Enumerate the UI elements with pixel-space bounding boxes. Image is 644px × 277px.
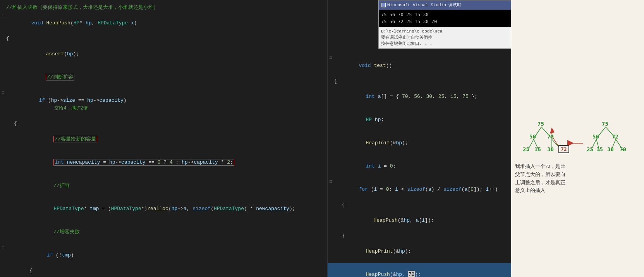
right-tree-30: 30 xyxy=(607,146,614,152)
code-line-11: HPDataType* tmp = (HPDataType*)realloc(h… xyxy=(0,197,327,221)
right-line-4: HP hp; xyxy=(328,108,511,132)
right-line-2: { xyxy=(328,77,511,85)
fold-btn-2[interactable]: □ xyxy=(0,89,6,97)
code-line-5: //判断扩容 xyxy=(0,66,327,89)
right-tree-25: 25 xyxy=(587,146,593,152)
vs-icon xyxy=(381,3,386,7)
code-line-1: //堆插入函数（要保持原来形式，大堆还是大堆，小堆就还是小堆） xyxy=(0,4,327,12)
code-line-9: int newcapacity = hp->capacity == 0 ? 4 … xyxy=(0,151,327,174)
left-tree-25: 25 xyxy=(523,146,529,152)
right-line-5: HeapInit(&hp); xyxy=(328,132,511,155)
left-tree-56: 56 xyxy=(529,133,536,140)
code-line-14: { xyxy=(0,267,327,275)
code-line-7: { xyxy=(0,120,327,128)
code-line-3: { xyxy=(0,35,327,43)
fold-indicator xyxy=(0,4,6,12)
comment-text: //堆插入函数（要保持原来形式，大堆还是大堆，小堆就还是小堆） xyxy=(6,4,327,12)
code-line-13: □ if (!tmp) xyxy=(0,244,327,267)
fold-btn[interactable]: □ xyxy=(0,12,6,19)
code-line-8: //容量给新的容量 xyxy=(0,128,327,151)
left-tree-root: 75 xyxy=(538,121,544,127)
right-line-8: { xyxy=(328,201,511,209)
right-line-7: □ for (i = 0; i < sizeof(a) / sizeof(a[0… xyxy=(328,178,511,201)
right-tree-72: 72 xyxy=(612,133,618,140)
left-tree-15: 15 xyxy=(534,146,541,152)
left-code-panel: //堆插入函数（要保持原来形式，大堆还是大堆，小堆就还是小堆） □ void H… xyxy=(0,0,327,277)
code-line-2: □ void HeapPush(HP* hp, HPDataType x) xyxy=(0,12,327,35)
code-line-6: □ if (hp->size == hp->capacity) 空给4，满扩2倍 xyxy=(0,89,327,120)
left-tree-72-box: 72 xyxy=(558,145,569,153)
vs-debug-window: Microsoft Visual Studio 调试时 75 56 70 25 … xyxy=(378,0,511,49)
right-line-10: } xyxy=(328,232,511,240)
right-line-11: HeapPrint(&hp); xyxy=(328,240,511,263)
vs-title: Microsoft Visual Studio 调试时 xyxy=(387,1,461,9)
code-line-15: printf("realloc fail\n"); xyxy=(0,275,327,277)
vs-titlebar: Microsoft Visual Studio 调试时 xyxy=(379,0,511,10)
cursor: 72 xyxy=(408,271,415,277)
right-line-3: int a[] = { 70, 56, 30, 25, 15, 75 }; xyxy=(328,85,511,108)
right-code-panel: Microsoft Visual Studio 调试时 75 56 70 25 … xyxy=(327,0,511,277)
code-line-4: assert(hp); xyxy=(0,43,327,66)
code-line-10: //扩容 xyxy=(0,174,327,197)
right-line-1: □ void test() xyxy=(328,54,511,77)
output-line-1: 75 56 70 25 15 30 xyxy=(381,11,508,18)
right-tree-root: 75 xyxy=(602,121,608,127)
svg-marker-14 xyxy=(550,128,555,133)
code-line-12: //增容失败 xyxy=(0,221,327,244)
right-tree-15: 15 xyxy=(596,146,603,152)
vs-note-text: D:\c-learning\c code\Hea 要在调试停止时自动关闭控 按任… xyxy=(379,27,511,48)
output-line-2: 75 56 72 25 15 30 70 xyxy=(381,18,508,25)
left-tree-70: 70 xyxy=(547,133,554,140)
vs-output: 75 56 70 25 15 30 75 56 72 25 15 30 70 xyxy=(379,10,511,27)
right-line-6: int i = 0; xyxy=(328,155,511,178)
right-line-9: HeapPush(&hp, a[i]); xyxy=(328,209,511,232)
diagram-description: 我堆插入一个72，是比 父节点大的，所以要向 上调整之后，才是真正 意义上的插入 xyxy=(515,162,565,195)
right-tree-56: 56 xyxy=(592,133,599,140)
code-text: void HeapPush(HP* hp, HPDataType x) xyxy=(7,12,327,35)
diagram-panel: 75 56 70 25 15 30 72 75 56 72 25 15 30 7… xyxy=(511,0,644,277)
left-tree-30: 30 xyxy=(547,146,554,152)
right-line-12: HeapPush(&hp, 72); xyxy=(328,263,511,277)
right-tree-70: 70 xyxy=(620,146,626,152)
